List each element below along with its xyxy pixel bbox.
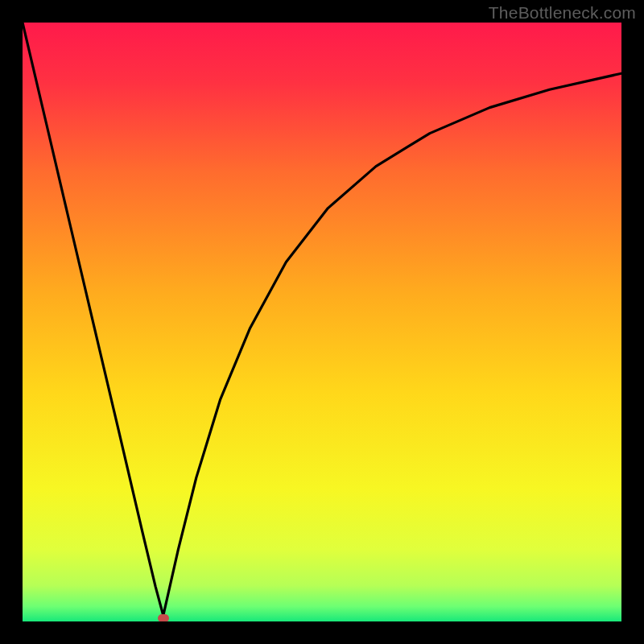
bottleneck-curve <box>23 23 621 621</box>
plot-area <box>23 23 621 621</box>
minimum-marker <box>158 614 169 621</box>
watermark-text: TheBottleneck.com <box>489 3 636 23</box>
chart-frame: TheBottleneck.com <box>0 0 644 644</box>
